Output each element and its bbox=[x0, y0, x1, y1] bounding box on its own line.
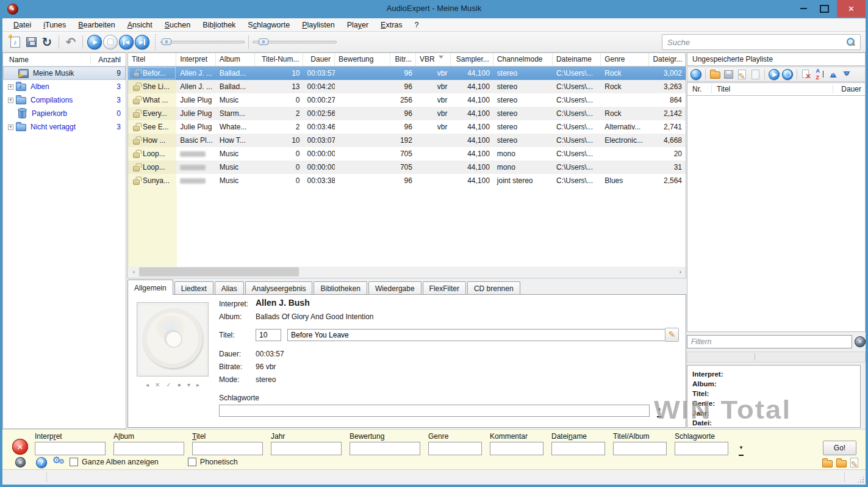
history-dropdown-icon[interactable] bbox=[736, 442, 746, 455]
scroll-left-icon[interactable]: ‹ bbox=[129, 269, 139, 275]
titel-input[interactable] bbox=[192, 442, 263, 455]
play-small-button[interactable] bbox=[768, 68, 780, 81]
menu-item-bibliothek[interactable]: Bibliothek bbox=[196, 20, 242, 31]
undo-button[interactable] bbox=[63, 34, 79, 50]
tab-wiedergabe[interactable]: Wiedergabe bbox=[368, 281, 421, 295]
edit-button[interactable] bbox=[736, 68, 748, 81]
schlagworte-dropdown-icon[interactable] bbox=[654, 405, 665, 417]
column-header-interpret[interactable]: Interpret bbox=[176, 53, 215, 66]
checkbox-box[interactable] bbox=[70, 458, 78, 466]
dateiname-input[interactable] bbox=[551, 442, 605, 455]
column-header-titel[interactable]: Titel bbox=[128, 53, 176, 66]
folder-open-button[interactable] bbox=[709, 68, 721, 81]
column-header-bewertung[interactable]: Bewertung bbox=[335, 53, 390, 66]
menu-item-itunes[interactable]: iTunes bbox=[37, 20, 72, 31]
menu-item-schlagworte[interactable]: Schlagworte bbox=[242, 20, 296, 31]
save-button[interactable] bbox=[23, 34, 39, 50]
save-button[interactable] bbox=[722, 68, 734, 81]
maximize-button[interactable] bbox=[814, 0, 834, 17]
menu-item-[interactable]: ? bbox=[409, 20, 425, 31]
remove-icon[interactable]: ✕ bbox=[155, 381, 160, 388]
stop-button[interactable] bbox=[102, 34, 118, 50]
table-row[interactable]: See E...Julie PlugWhate...200:03:4696vbr… bbox=[128, 120, 686, 134]
column-header-dateigr[interactable]: Dateigr... bbox=[649, 53, 686, 66]
volume-slider[interactable] bbox=[160, 34, 245, 50]
column-header-dateiname[interactable]: Dateiname bbox=[553, 53, 601, 66]
column-header-titel-num[interactable]: Titel-Num... bbox=[255, 53, 303, 66]
new-note-button[interactable] bbox=[7, 34, 23, 50]
tab-allgemein[interactable]: Allgemein bbox=[127, 280, 173, 295]
sort-az-button[interactable] bbox=[814, 68, 826, 81]
interpret-input[interactable] bbox=[35, 442, 106, 455]
dot-icon[interactable]: ● bbox=[178, 381, 181, 388]
table-row[interactable]: Loop...Music000:00:0070544,100monoC:\Use… bbox=[128, 147, 686, 161]
playlist-column-titel[interactable]: Titel bbox=[712, 85, 833, 93]
down-icon[interactable]: ▾ bbox=[187, 381, 190, 388]
close-button[interactable] bbox=[837, 0, 866, 17]
playlist-column-dauer[interactable]: Dauer bbox=[833, 85, 865, 93]
column-header-dauer[interactable]: Dauer bbox=[303, 53, 335, 66]
new-page-button[interactable] bbox=[749, 68, 761, 81]
column-header-genre[interactable]: Genre bbox=[601, 53, 649, 66]
clock-button[interactable] bbox=[781, 68, 794, 81]
tab-analyseergebnis[interactable]: Analyseergebnis bbox=[245, 281, 313, 295]
table-row[interactable]: Every...Julie PlugStarm...200:02:5696vbr… bbox=[128, 107, 686, 120]
sidebar-item-meine-musik[interactable]: Meine Musik9 bbox=[3, 67, 126, 80]
menu-item-playlisten[interactable]: Playlisten bbox=[296, 20, 341, 31]
sidebar-item-nicht-vertaggt[interactable]: +Nicht vertaggt3 bbox=[3, 120, 126, 134]
genre-input[interactable] bbox=[428, 442, 482, 455]
position-slider-thumb[interactable] bbox=[259, 38, 268, 45]
column-header-sampler[interactable]: Sampler... bbox=[451, 53, 493, 66]
album-input[interactable] bbox=[113, 442, 184, 455]
back-button[interactable] bbox=[690, 68, 702, 81]
edit-icon[interactable] bbox=[850, 458, 858, 467]
column-header-album[interactable]: Album bbox=[216, 53, 255, 66]
schlagworte-input[interactable] bbox=[219, 405, 650, 417]
bewertung-input[interactable] bbox=[350, 442, 420, 455]
horizontal-scrollbar[interactable]: ‹ › bbox=[129, 267, 686, 277]
move-down-button[interactable] bbox=[841, 68, 853, 81]
scrollbar-thumb[interactable] bbox=[139, 267, 299, 276]
table-row[interactable]: Sunya...Music000:03:389644,100joint ster… bbox=[128, 174, 686, 187]
clear-filter-icon[interactable] bbox=[855, 336, 866, 347]
search-icon[interactable] bbox=[845, 37, 855, 47]
reset-icon[interactable] bbox=[15, 457, 26, 467]
move-up-button[interactable] bbox=[827, 68, 839, 81]
checkbox-ganze-alben-anzeigen[interactable]: Ganze Alben anzeigen bbox=[70, 458, 159, 466]
expand-icon[interactable]: + bbox=[8, 84, 13, 90]
menu-item-extras[interactable]: Extras bbox=[375, 20, 408, 31]
menu-item-player[interactable]: Player bbox=[341, 20, 375, 31]
playlist-column-nr[interactable]: Nr. bbox=[687, 85, 712, 93]
track-title-input[interactable] bbox=[287, 329, 667, 341]
resize-grip[interactable] bbox=[857, 476, 864, 483]
menu-item-ansicht[interactable]: Ansicht bbox=[121, 20, 159, 31]
sidebar-item-alben[interactable]: +Alben3 bbox=[3, 80, 126, 93]
menu-item-datei[interactable]: Datei bbox=[7, 20, 37, 31]
search-input[interactable] bbox=[662, 38, 845, 47]
scroll-right-icon[interactable]: › bbox=[675, 269, 686, 275]
previous-button[interactable] bbox=[118, 34, 134, 50]
expand-icon[interactable]: + bbox=[8, 124, 13, 130]
kommentar-input[interactable] bbox=[490, 442, 543, 455]
tab-alias[interactable]: Alias bbox=[215, 281, 244, 295]
edit-title-button[interactable] bbox=[665, 328, 679, 342]
sidebar-item-compilations[interactable]: +Compilations3 bbox=[3, 93, 126, 107]
column-header-channelmode[interactable]: Channelmode bbox=[493, 53, 553, 66]
prev-icon[interactable]: ◂ bbox=[146, 381, 149, 388]
folder-open-icon[interactable] bbox=[822, 460, 833, 467]
tab-cd-brennen[interactable]: CD brennen bbox=[467, 281, 520, 295]
titel-album-input[interactable] bbox=[613, 442, 667, 455]
checkbox-phonetisch[interactable]: Phonetisch bbox=[188, 458, 238, 466]
minimize-button[interactable] bbox=[793, 0, 814, 17]
position-slider[interactable] bbox=[253, 34, 337, 50]
refresh-button[interactable] bbox=[39, 34, 55, 50]
next-button[interactable] bbox=[134, 34, 150, 50]
column-header-vbr[interactable]: VBR bbox=[416, 53, 451, 66]
apply-icon[interactable]: ✓ bbox=[166, 381, 171, 388]
tab-flexfilter[interactable]: FlexFilter bbox=[423, 281, 466, 295]
schlagworte-input[interactable] bbox=[675, 442, 728, 455]
table-row[interactable]: What ...Julie PlugMusic000:00:27256vbr44… bbox=[128, 93, 686, 107]
table-row[interactable]: Loop...Music000:00:0070544,100monoC:\Use… bbox=[128, 161, 686, 174]
track-number-input[interactable] bbox=[256, 329, 281, 341]
go-button[interactable]: Go! bbox=[823, 441, 856, 455]
